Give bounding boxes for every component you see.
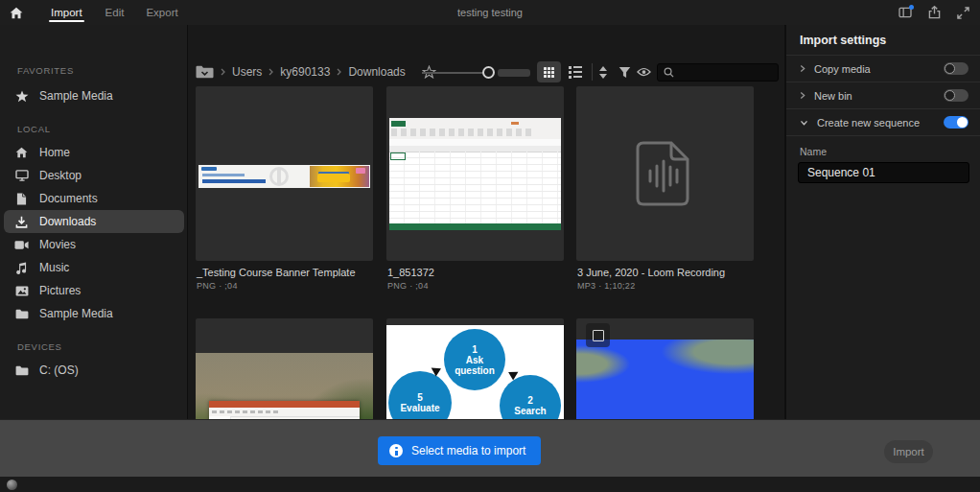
copy-media-toggle[interactable]	[944, 62, 968, 75]
media-tile-diagram[interactable]: 1 Ask question 5 Evaluate 2 Search	[386, 318, 564, 419]
top-bar: Import Edit Export testing testing	[0, 0, 980, 26]
create-sequence-toggle[interactable]	[944, 116, 968, 129]
sidebar-item-documents[interactable]: Documents	[4, 187, 184, 210]
circle-label: Evaluate	[394, 403, 446, 413]
search-input[interactable]	[679, 66, 778, 80]
fullscreen-button[interactable]	[957, 7, 969, 19]
favorites-section-label: FAVORITES	[17, 65, 74, 76]
new-bin-toggle[interactable]	[944, 89, 968, 102]
slider-handle[interactable]	[482, 66, 495, 79]
media-meta: MP3 · 1;10;22	[577, 281, 635, 291]
creative-cloud-sync-icon[interactable]	[7, 480, 17, 490]
breadcrumb-root-button[interactable]	[196, 65, 214, 79]
setting-row-new-bin[interactable]: New bin	[786, 82, 980, 109]
tab-import[interactable]: Import	[49, 0, 84, 25]
hint-label: Select media to import	[411, 444, 525, 457]
places-sidebar: FAVORITES Sample Media LOCAL Home Deskto…	[0, 25, 188, 419]
media-tile-presentation[interactable]	[196, 318, 373, 419]
share-icon	[928, 6, 941, 19]
spreadsheet-thumbnail	[389, 118, 561, 230]
sidebar-item-sample-media-favorite[interactable]: Sample Media	[4, 84, 184, 107]
circle-label: Ask question	[449, 355, 501, 376]
slider-track-left	[422, 72, 485, 74]
tab-export[interactable]: Export	[144, 0, 179, 25]
notification-dot	[909, 5, 914, 10]
panel-title: Import settings	[786, 25, 980, 56]
sidebar-item-c-drive[interactable]: C: (OS)	[4, 359, 184, 382]
sidebar-item-sample-media-local[interactable]: Sample Media	[4, 302, 184, 325]
chevron-right-icon	[221, 68, 225, 76]
filter-button[interactable]	[616, 63, 633, 81]
thumbnail-zoom-slider[interactable]	[422, 66, 530, 79]
preview-toggle-button[interactable]	[635, 63, 652, 81]
breadcrumb-segment-current[interactable]: Downloads	[348, 65, 405, 79]
monitor-icon	[13, 170, 30, 181]
local-section-label: LOCAL	[17, 124, 51, 134]
sidebar-item-desktop[interactable]: Desktop	[4, 164, 184, 187]
home-icon	[13, 147, 30, 158]
circle-number: 5	[417, 392, 423, 403]
media-tile-banner[interactable]	[196, 86, 373, 261]
setting-label: Create new sequence	[817, 117, 920, 129]
folder-icon	[13, 309, 30, 319]
sidebar-item-movies[interactable]: Movies	[4, 233, 184, 256]
banner-thumbnail	[198, 165, 370, 188]
diagram-thumbnail: 1 Ask question 5 Evaluate 2 Search	[386, 325, 564, 419]
import-action-bar: Select media to import Import	[0, 419, 980, 477]
eye-icon	[637, 67, 651, 77]
search-box[interactable]	[657, 63, 779, 82]
filter-icon	[618, 66, 631, 79]
star-icon	[13, 90, 30, 103]
neuron-thumbnail	[576, 340, 754, 419]
breadcrumb-segment-user[interactable]: ky690133	[280, 65, 330, 79]
image-icon	[13, 286, 30, 296]
sidebar-item-label: Documents	[39, 192, 98, 205]
sidebar-item-label: Pictures	[39, 284, 81, 297]
setting-row-create-sequence[interactable]: Create new sequence	[786, 109, 980, 136]
devices-section-label: DEVICES	[17, 341, 62, 352]
list-view-icon	[569, 66, 582, 79]
toolbar-divider	[592, 63, 593, 81]
chevron-right-icon	[268, 68, 273, 76]
breadcrumb: Users ky690133 Downloads	[196, 59, 436, 84]
import-settings-panel: Import settings Copy media New bin Creat…	[785, 25, 980, 419]
sequence-name-label: Name	[800, 146, 967, 157]
home-button[interactable]	[10, 7, 23, 19]
media-tile-neuron[interactable]	[576, 318, 754, 419]
select-media-hint-button[interactable]: Select media to import	[378, 436, 541, 465]
media-browser: Users ky690133 Downloads	[188, 25, 784, 419]
setting-row-copy-media[interactable]: Copy media	[786, 56, 980, 82]
sidebar-item-label: Home	[39, 146, 70, 159]
sidebar-item-label: Music	[39, 261, 69, 274]
sidebar-item-label: Sample Media	[39, 89, 113, 103]
breadcrumb-segment-users[interactable]: Users	[232, 65, 262, 79]
audio-file-icon	[634, 140, 695, 207]
list-view-button[interactable]	[563, 61, 587, 82]
diagram-circle-search: 2 Search	[500, 375, 561, 419]
sequence-name-input[interactable]	[798, 162, 969, 183]
share-button[interactable]	[928, 6, 941, 19]
workspace-switcher-button[interactable]	[898, 7, 912, 18]
grid-view-button[interactable]	[537, 61, 561, 82]
media-name: 3 June, 2020 - Loom Recording	[577, 267, 725, 278]
sidebar-item-label: Sample Media	[39, 307, 113, 320]
sort-button[interactable]	[595, 63, 612, 81]
tile-select-checkbox[interactable]	[586, 323, 610, 347]
circle-number: 2	[527, 395, 533, 406]
document-icon	[13, 193, 30, 205]
tab-edit[interactable]: Edit	[104, 0, 127, 25]
media-tile-audio[interactable]	[576, 86, 754, 261]
sidebar-item-music[interactable]: Music	[4, 256, 184, 279]
sidebar-item-label: Movies	[39, 238, 76, 251]
chevron-right-icon	[800, 64, 805, 73]
sidebar-item-home[interactable]: Home	[4, 141, 184, 164]
sidebar-item-downloads[interactable]: Downloads	[4, 210, 184, 233]
media-meta: PNG · ;04	[387, 281, 429, 291]
sort-icon	[599, 66, 607, 79]
media-tile-spreadsheet[interactable]	[386, 86, 564, 261]
import-button[interactable]: Import	[884, 440, 933, 463]
video-camera-icon	[13, 240, 30, 250]
sidebar-item-label: C: (OS)	[39, 363, 79, 377]
sidebar-item-pictures[interactable]: Pictures	[4, 279, 184, 302]
fullscreen-icon	[957, 7, 969, 19]
